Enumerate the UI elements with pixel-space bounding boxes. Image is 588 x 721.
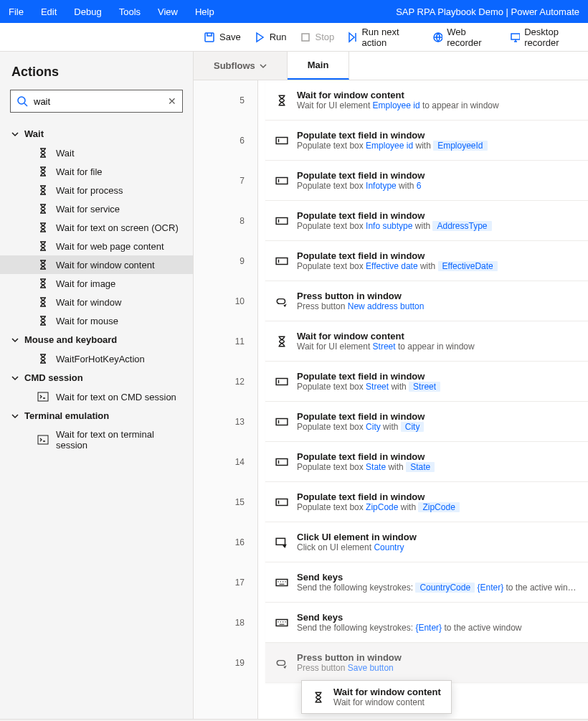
svg-rect-15 <box>276 499 288 505</box>
flow-step[interactable]: Press button in windowPress button Save … <box>265 643 588 683</box>
flow-step[interactable]: Populate text field in windowPopulate te… <box>265 161 588 201</box>
subflows-tab[interactable]: Subflows <box>194 52 288 80</box>
run-button[interactable]: Run <box>254 32 287 43</box>
svg-rect-7 <box>276 137 288 143</box>
action-item[interactable]: Wait for window content <box>0 255 193 274</box>
line-number: 5 <box>194 80 257 121</box>
menu-edit[interactable]: Edit <box>41 6 57 17</box>
action-label: Wait for file <box>56 166 103 177</box>
search-input[interactable] <box>34 96 168 107</box>
clear-icon[interactable]: ✕ <box>168 95 176 107</box>
line-number: 13 <box>194 402 257 442</box>
hourglass-icon <box>37 147 49 159</box>
flow-step[interactable]: Wait for window contentWait for UI eleme… <box>265 80 588 121</box>
action-label: Wait for text on CMD session <box>56 392 176 402</box>
action-item[interactable]: Wait for process <box>0 181 193 199</box>
category-wait[interactable]: Wait <box>0 124 193 143</box>
save-button[interactable]: Save <box>204 32 241 43</box>
action-item[interactable]: Wait <box>0 143 193 162</box>
flow-step[interactable]: Populate text field in windowPopulate te… <box>265 201 588 241</box>
step-description: Populate text box State with State <box>297 462 578 472</box>
action-label: Wait for service <box>56 204 120 215</box>
step-title: Populate text field in window <box>297 210 578 221</box>
flow-step[interactable]: Populate text field in windowPopulate te… <box>265 241 588 281</box>
hourglass-icon <box>37 259 49 270</box>
svg-rect-9 <box>276 217 288 224</box>
flow-step[interactable]: Send keysSend the following keystrokes: … <box>265 603 588 643</box>
action-item[interactable]: Wait for text on terminal session <box>0 425 193 454</box>
titlebar: FileEditDebugToolsViewHelp SAP RPA Playb… <box>0 0 588 23</box>
menu-help[interactable]: Help <box>195 6 214 17</box>
chevron-down-icon <box>260 62 267 70</box>
main-tab[interactable]: Main <box>288 52 350 80</box>
action-tree: WaitWaitWait for fileWait for processWai… <box>0 121 193 721</box>
step-description: Send the following keystrokes: {Enter} t… <box>297 623 578 633</box>
action-item[interactable]: Wait for mouse <box>0 311 193 330</box>
action-item[interactable]: Wait for web page content <box>0 237 193 255</box>
flow-step[interactable]: Populate text field in windowPopulate te… <box>265 442 588 482</box>
hourglass-icon <box>37 184 49 196</box>
action-item[interactable]: Wait for text on CMD session <box>0 387 193 406</box>
click-icon <box>275 536 288 549</box>
action-item[interactable]: WaitForHotKeyAction <box>0 349 193 368</box>
term-icon <box>37 434 49 446</box>
svg-rect-11 <box>277 298 285 303</box>
action-label: Wait for text on terminal session <box>56 429 181 451</box>
flow-step[interactable]: Send keysSend the following keystrokes: … <box>265 562 588 603</box>
run-next-label: Run next action <box>361 27 419 48</box>
hourglass-icon <box>37 222 49 233</box>
designer-tabs: Subflows Main <box>194 52 588 80</box>
action-item[interactable]: Wait for window <box>0 293 193 311</box>
textbox-icon <box>275 456 288 468</box>
line-number: 17 <box>194 562 257 603</box>
svg-rect-19 <box>277 660 285 665</box>
menu-file[interactable]: File <box>9 6 24 17</box>
desktop-recorder-label: Desktop recorder <box>524 27 588 48</box>
action-item[interactable]: Wait for service <box>0 199 193 218</box>
toolbar: Save Run Stop Run next action Web record… <box>0 23 588 52</box>
flow-step[interactable]: Populate text field in windowPopulate te… <box>265 482 588 522</box>
play-icon <box>254 32 265 43</box>
flow-step[interactable]: Press button in windowPress button New a… <box>265 281 588 321</box>
flow-step[interactable]: Wait for window contentWait for UI eleme… <box>265 321 588 362</box>
menu-tools[interactable]: Tools <box>119 6 141 17</box>
svg-rect-12 <box>276 378 288 385</box>
flow-steps: Wait for window contentWait for UI eleme… <box>258 80 588 721</box>
desktop-recorder-button[interactable]: Desktop recorder <box>510 27 588 48</box>
step-title: Wait for window content <box>297 90 578 100</box>
hourglass-icon <box>37 166 49 177</box>
action-item[interactable]: Wait for image <box>0 274 193 293</box>
subflows-label: Subflows <box>214 60 255 71</box>
category-terminal-emulation[interactable]: Terminal emulation <box>0 406 193 425</box>
line-number: 14 <box>194 442 257 482</box>
run-next-button[interactable]: Run next action <box>347 27 419 48</box>
step-title: Populate text field in window <box>297 411 578 422</box>
action-item[interactable]: Wait for file <box>0 162 193 181</box>
search-input-wrap[interactable]: ✕ <box>10 90 183 113</box>
menu-debug[interactable]: Debug <box>74 6 101 17</box>
flow-step[interactable]: Click UI element in windowClick on UI el… <box>265 522 588 562</box>
flow-step[interactable]: Populate text field in windowPopulate te… <box>265 362 588 402</box>
window-title: SAP RPA Playbook Demo | Power Automate <box>214 6 579 17</box>
flow-step[interactable]: Populate text field in windowPopulate te… <box>265 402 588 442</box>
flow-step[interactable]: Populate text field in windowPopulate te… <box>265 121 588 161</box>
step-description: Click on UI element Country <box>297 542 578 552</box>
line-number: 6 <box>194 121 257 161</box>
step-title: Populate text field in window <box>297 451 578 462</box>
main-area: Subflows Main 5678910111213141516171819 … <box>194 52 588 721</box>
main-tab-label: Main <box>308 60 329 70</box>
action-label: Wait for window content <box>56 260 155 270</box>
line-number: 16 <box>194 522 257 562</box>
textbox-icon <box>275 375 288 388</box>
step-description: Press button Save button <box>297 663 578 673</box>
category-mouse-and-keyboard[interactable]: Mouse and keyboard <box>0 330 193 349</box>
hourglass-icon <box>37 353 49 364</box>
svg-rect-17 <box>276 579 288 585</box>
menu-view[interactable]: View <box>158 6 178 17</box>
step-title: Populate text field in window <box>297 491 578 502</box>
category-cmd-session[interactable]: CMD session <box>0 368 193 387</box>
svg-point-4 <box>18 97 25 104</box>
web-recorder-button[interactable]: Web recorder <box>432 27 497 48</box>
action-item[interactable]: Wait for text on screen (OCR) <box>0 218 193 237</box>
action-label: Wait for window <box>56 297 121 308</box>
